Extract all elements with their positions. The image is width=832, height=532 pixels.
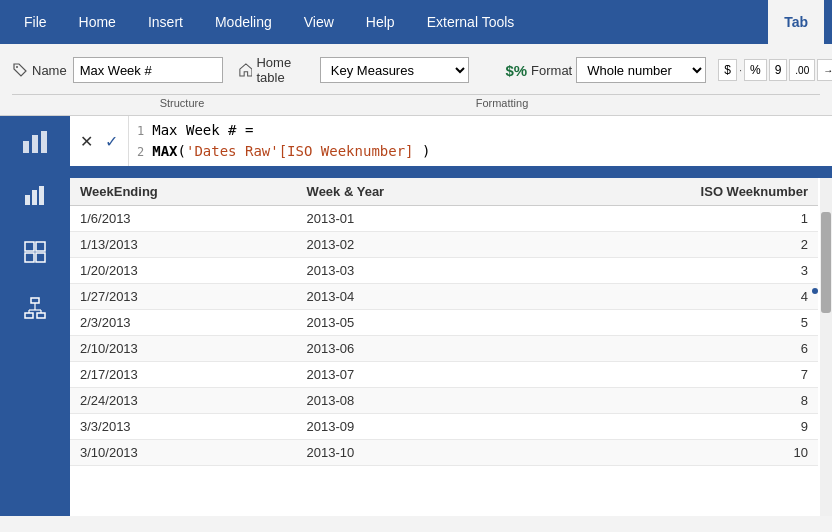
menu-external-tools[interactable]: External Tools xyxy=(411,0,531,44)
svg-rect-12 xyxy=(36,242,45,251)
main-area: WeekEnding Week & Year ISO Weeknumber 1/… xyxy=(0,168,832,516)
formula-string: 'Dates Raw'[ISO Weeknumber] xyxy=(186,143,414,159)
svg-rect-14 xyxy=(36,253,45,262)
formula-content: 1Max Week # = 2MAX('Dates Raw'[ISO Weekn… xyxy=(129,116,832,166)
cell-iso: 8 xyxy=(523,388,818,414)
table-row: 1/27/2013 2013-04 4 xyxy=(70,284,818,310)
cell-iso: 2 xyxy=(523,232,818,258)
cell-week-ending: 1/20/2013 xyxy=(70,258,297,284)
menu-home[interactable]: Home xyxy=(63,0,132,44)
sidebar-bar-chart-icon[interactable] xyxy=(17,178,53,214)
cell-week-ending: 3/10/2013 xyxy=(70,440,297,466)
svg-rect-16 xyxy=(25,313,33,318)
cell-week-year: 2013-07 xyxy=(297,362,523,388)
table-row: 2/24/2013 2013-08 8 xyxy=(70,388,818,414)
bar-chart-sidebar-icon xyxy=(21,127,49,155)
cell-week-ending: 2/24/2013 xyxy=(70,388,297,414)
scroll-dot-indicator xyxy=(812,288,818,294)
menu-file[interactable]: File xyxy=(8,0,63,44)
table-header: WeekEnding Week & Year ISO Weeknumber xyxy=(70,178,818,206)
structure-group-label: Structure xyxy=(12,95,352,111)
name-input[interactable] xyxy=(73,57,223,83)
formula-bar: ✕ ✓ 1Max Week # = 2MAX('Dates Raw'[ISO W… xyxy=(0,116,832,168)
format-label: Format xyxy=(531,63,572,78)
cell-iso: 10 xyxy=(523,440,818,466)
svg-rect-5 xyxy=(23,141,29,153)
home-table-field-group: Home table Key Measures xyxy=(239,55,470,85)
name-label: Name xyxy=(32,63,67,78)
home-table-label: Home table xyxy=(256,55,313,85)
scrollbar-thumb[interactable] xyxy=(821,212,831,313)
data-area: WeekEnding Week & Year ISO Weeknumber 1/… xyxy=(70,168,832,516)
menu-view[interactable]: View xyxy=(288,0,350,44)
sidebar-icons xyxy=(0,168,70,516)
dot-separator: · xyxy=(739,64,742,76)
svg-rect-6 xyxy=(32,135,38,153)
formula-actions: ✕ ✓ xyxy=(70,116,129,166)
decimal-left-button[interactable]: .00 xyxy=(789,59,815,81)
tag-icon xyxy=(12,62,28,78)
home-icon xyxy=(239,62,253,78)
home-table-icon-label: Home table xyxy=(239,55,314,85)
home-table-select[interactable]: Key Measures xyxy=(320,57,470,83)
data-table-wrapper[interactable]: WeekEnding Week & Year ISO Weeknumber 1/… xyxy=(70,178,832,506)
dollar-button[interactable]: $ xyxy=(718,59,737,81)
decimal-right-button[interactable]: →0 xyxy=(817,59,832,81)
formula-func: MAX xyxy=(152,143,177,159)
table-row: 1/13/2013 2013-02 2 xyxy=(70,232,818,258)
formula-line-1: 1Max Week # = xyxy=(137,120,824,141)
svg-rect-15 xyxy=(31,298,39,303)
formula-confirm-button[interactable]: ✓ xyxy=(101,130,122,153)
formula-sidebar xyxy=(0,116,70,166)
format-section: $% Format Whole number xyxy=(505,57,706,83)
formula-line-2: 2MAX('Dates Raw'[ISO Weeknumber] ) xyxy=(137,141,824,162)
formula-cancel-button[interactable]: ✕ xyxy=(76,130,97,153)
table-row: 3/3/2013 2013-09 9 xyxy=(70,414,818,440)
cell-week-ending: 2/17/2013 xyxy=(70,362,297,388)
table-row: 2/10/2013 2013-06 6 xyxy=(70,336,818,362)
sidebar-hierarchy-icon[interactable] xyxy=(17,290,53,326)
table-row: 2/3/2013 2013-05 5 xyxy=(70,310,818,336)
comma-button[interactable]: 9 xyxy=(769,59,788,81)
menu-modeling[interactable]: Modeling xyxy=(199,0,288,44)
cell-iso: 7 xyxy=(523,362,818,388)
menu-tab[interactable]: Tab xyxy=(768,0,824,44)
table-row: 2/17/2013 2013-07 7 xyxy=(70,362,818,388)
formula-line1-text: Max Week # = xyxy=(152,122,253,138)
ribbon: Name Home table Key Measures $% Format W… xyxy=(0,44,832,116)
sidebar-grid-icon[interactable] xyxy=(17,234,53,270)
cell-week-ending: 1/13/2013 xyxy=(70,232,297,258)
format-select[interactable]: Whole number xyxy=(576,57,706,83)
ribbon-group-labels: Structure Formatting xyxy=(12,94,820,111)
formula-space xyxy=(414,143,422,159)
name-field-group: Name xyxy=(12,57,223,83)
scrollbar[interactable] xyxy=(820,178,832,516)
cell-week-ending: 1/27/2013 xyxy=(70,284,297,310)
cell-week-ending: 2/10/2013 xyxy=(70,336,297,362)
cell-week-ending: 2/3/2013 xyxy=(70,310,297,336)
cell-iso: 5 xyxy=(523,310,818,336)
cell-week-ending: 3/3/2013 xyxy=(70,414,297,440)
cell-iso: 3 xyxy=(523,258,818,284)
cell-week-year: 2013-05 xyxy=(297,310,523,336)
cell-week-year: 2013-01 xyxy=(297,206,523,232)
col-week-year: Week & Year xyxy=(297,178,523,206)
svg-rect-9 xyxy=(32,190,37,205)
cell-iso: 4 xyxy=(523,284,818,310)
cell-week-year: 2013-08 xyxy=(297,388,523,414)
data-table: WeekEnding Week & Year ISO Weeknumber 1/… xyxy=(70,178,818,466)
table-row: 1/6/2013 2013-01 1 xyxy=(70,206,818,232)
table-body: 1/6/2013 2013-01 1 1/13/2013 2013-02 2 1… xyxy=(70,206,818,466)
svg-rect-8 xyxy=(25,195,30,205)
formula-close-paren: ) xyxy=(422,143,430,159)
cell-iso: 9 xyxy=(523,414,818,440)
format-buttons: $ · % 9 .00 →0 xyxy=(718,59,832,81)
formula-line-num-2: 2 xyxy=(137,145,144,159)
menu-help[interactable]: Help xyxy=(350,0,411,44)
menu-insert[interactable]: Insert xyxy=(132,0,199,44)
formula-open-paren: ( xyxy=(178,143,186,159)
col-iso-weeknumber: ISO Weeknumber xyxy=(523,178,818,206)
svg-rect-11 xyxy=(25,242,34,251)
dollar-percent-icon: $% xyxy=(505,62,527,79)
percent-button[interactable]: % xyxy=(744,59,767,81)
